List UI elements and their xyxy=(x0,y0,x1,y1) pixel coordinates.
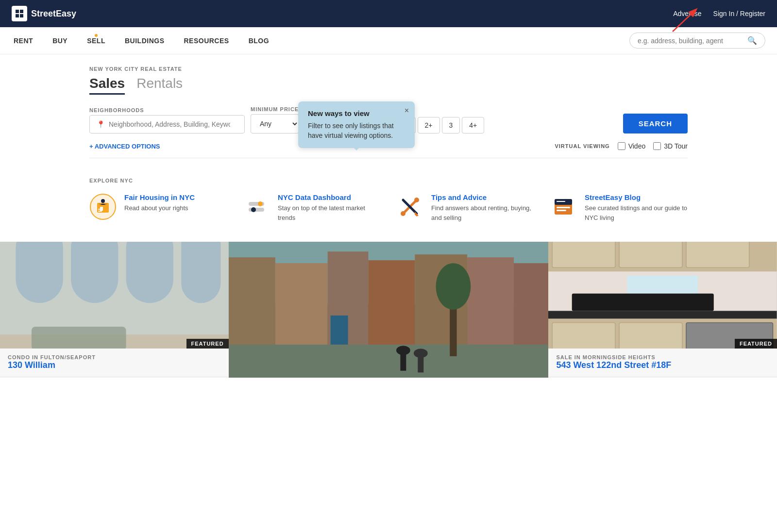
explore-data-dashboard[interactable]: NYC Data Dashboard Stay on top of the la… xyxy=(243,193,381,222)
svg-point-46 xyxy=(436,263,471,310)
card-morningside-info: SALE IN MORNINGSIDE HEIGHTS 543 West 122… xyxy=(548,349,777,376)
svg-rect-3 xyxy=(20,14,23,17)
top-right-nav: Advertise Sign In / Register xyxy=(673,10,765,17)
min-price-label: MINIMUM PRICE xyxy=(251,106,299,112)
tab-rentals[interactable]: Rentals xyxy=(136,76,183,95)
nav-rent[interactable]: RENT xyxy=(12,37,35,45)
dashboard-desc: Stay on top of the latest market trends xyxy=(278,203,381,222)
3d-tour-checkbox-group: 3D Tour xyxy=(653,142,688,150)
virtual-viewing-row: VIRTUAL VIEWING Video 3D Tour xyxy=(555,142,688,150)
fair-housing-title: Fair Housing in NYC xyxy=(124,193,195,201)
svg-rect-48 xyxy=(400,353,406,371)
photo-cards-section: FEATURED CONDO IN FULTON/SEAPORT 130 Wil… xyxy=(0,242,777,378)
fair-housing-text: Fair Housing in NYC Read about your righ… xyxy=(124,193,195,213)
svg-rect-31 xyxy=(126,242,173,303)
tooltip-text: Filter to see only listings that have vi… xyxy=(308,121,405,140)
card-morningside-name[interactable]: 543 West 122nd Street #18F xyxy=(556,360,769,370)
svg-rect-54 xyxy=(553,242,616,267)
3d-tour-label: 3D Tour xyxy=(664,142,688,150)
neighborhood-text-input[interactable] xyxy=(109,120,230,128)
svg-point-20 xyxy=(401,211,405,216)
video-checkbox[interactable] xyxy=(618,142,625,150)
nav-buildings[interactable]: BUILDINGS xyxy=(123,37,167,45)
card-fulton-type: CONDO IN FULTON/SEAPORT xyxy=(8,354,221,360)
svg-rect-16 xyxy=(249,208,264,212)
photo-cards-grid: FEATURED CONDO IN FULTON/SEAPORT 130 Wil… xyxy=(0,242,777,378)
tooltip-popup: × New ways to view Filter to see only li… xyxy=(298,101,415,148)
nav-sell[interactable]: SELL xyxy=(85,37,107,45)
tab-sales[interactable]: Sales xyxy=(89,76,125,95)
main-search-bar: 🔍 xyxy=(629,33,765,49)
explore-tips[interactable]: Tips and Advice Find answers about renti… xyxy=(396,193,534,222)
svg-rect-26 xyxy=(557,210,566,211)
fair-housing-icon xyxy=(89,193,117,220)
tooltip-title: New ways to view xyxy=(308,109,405,117)
svg-rect-51 xyxy=(330,316,348,345)
dashboard-text: NYC Data Dashboard Stay on top of the la… xyxy=(278,193,381,222)
card-morningside-type: SALE IN MORNINGSIDE HEIGHTS xyxy=(556,354,769,360)
tooltip-close-button[interactable]: × xyxy=(405,106,409,115)
beds-2plus[interactable]: 2+ xyxy=(418,117,440,133)
card-fulton-name[interactable]: 130 William xyxy=(8,360,221,370)
nav-buy[interactable]: BUY xyxy=(51,37,69,45)
search-button[interactable]: SEARCH xyxy=(623,114,688,133)
svg-rect-0 xyxy=(16,10,19,13)
main-search-button[interactable]: 🔍 xyxy=(747,36,757,45)
svg-rect-44 xyxy=(229,345,549,378)
tabs: Sales Rentals xyxy=(89,76,688,95)
svg-point-15 xyxy=(258,201,263,206)
video-label: Video xyxy=(628,142,646,150)
svg-rect-55 xyxy=(619,242,682,267)
svg-rect-1 xyxy=(20,10,23,13)
logo[interactable]: StreetEasy xyxy=(12,6,76,21)
explore-fair-housing[interactable]: Fair Housing in NYC Read about your righ… xyxy=(89,193,227,222)
explore-section: EXPLORE NYC xyxy=(78,166,699,234)
dashboard-icon xyxy=(243,193,270,220)
fair-housing-desc: Read about your rights xyxy=(124,203,195,213)
featured-badge-1: FEATURED xyxy=(186,339,229,349)
svg-point-17 xyxy=(251,207,256,212)
location-icon: 📍 xyxy=(97,120,105,128)
virtual-viewing-label: VIRTUAL VIEWING xyxy=(555,143,609,149)
tips-title: Tips and Advice xyxy=(431,193,534,201)
svg-rect-57 xyxy=(548,311,777,318)
beds-3[interactable]: 3 xyxy=(442,117,460,133)
svg-rect-63 xyxy=(572,294,714,311)
logo-icon xyxy=(12,6,27,21)
svg-point-21 xyxy=(414,198,419,202)
video-checkbox-group: Video xyxy=(618,142,646,150)
dashboard-title: NYC Data Dashboard xyxy=(278,193,381,201)
svg-rect-29 xyxy=(16,242,63,303)
card-fulton-info: CONDO IN FULTON/SEAPORT 130 William xyxy=(0,349,229,376)
explore-section-label: EXPLORE NYC xyxy=(89,178,688,183)
advanced-options-link[interactable]: + ADVANCED OPTIONS xyxy=(89,143,160,150)
neighborhoods-input[interactable]: 📍 xyxy=(89,115,245,133)
breadcrumb: NEW YORK CITY REAL ESTATE xyxy=(89,66,688,72)
advertise-link[interactable]: Advertise xyxy=(673,10,701,17)
explore-blog[interactable]: StreetEasy Blog See curated listings and… xyxy=(550,193,688,222)
svg-rect-12 xyxy=(98,209,102,210)
top-bar: StreetEasy Advertise Sign In / Register xyxy=(0,0,777,27)
section-divider xyxy=(89,158,688,158)
svg-rect-34 xyxy=(32,327,126,349)
svg-rect-60 xyxy=(619,323,682,349)
blog-title: StreetEasy Blog xyxy=(585,193,688,201)
svg-rect-13 xyxy=(98,211,102,212)
svg-rect-25 xyxy=(557,207,570,208)
min-price-select[interactable]: Any xyxy=(251,114,299,133)
page-content: NEW YORK CITY REAL ESTATE Sales Rentals … xyxy=(78,54,699,158)
svg-rect-2 xyxy=(16,14,19,17)
card-fulton-image: FEATURED xyxy=(0,242,229,349)
brand-name: StreetEasy xyxy=(31,9,76,19)
nav-resources[interactable]: RESOURCES xyxy=(182,37,231,45)
blog-text: StreetEasy Blog See curated listings and… xyxy=(585,193,688,222)
beds-4plus[interactable]: 4+ xyxy=(462,117,484,133)
svg-rect-30 xyxy=(71,242,118,303)
3d-tour-checkbox[interactable] xyxy=(653,142,661,150)
signin-link[interactable]: Sign In / Register xyxy=(713,10,765,17)
svg-rect-27 xyxy=(557,201,565,202)
card-morningside-image: FEATURED xyxy=(548,242,777,349)
main-search-input[interactable] xyxy=(638,37,747,45)
nav-blog[interactable]: BLOG xyxy=(247,37,271,45)
blog-desc: See curated listings and our guide to NY… xyxy=(585,203,688,222)
